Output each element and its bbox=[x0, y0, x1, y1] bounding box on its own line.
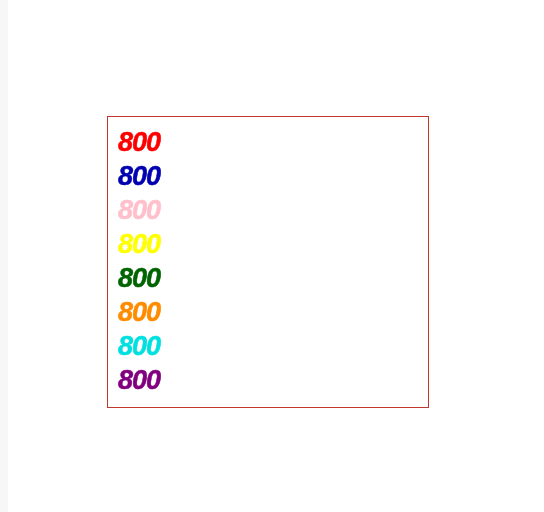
text-line-red: 800 bbox=[118, 125, 428, 159]
text-line-pink: 800 bbox=[118, 193, 428, 227]
text-line-green: 800 bbox=[118, 261, 428, 295]
left-strip bbox=[0, 0, 8, 512]
color-text-box: 800 800 800 800 800 800 800 800 bbox=[107, 116, 429, 408]
text-line-orange: 800 bbox=[118, 295, 428, 329]
text-line-yellow: 800 bbox=[118, 227, 428, 261]
text-line-cyan: 800 bbox=[118, 329, 428, 363]
text-line-blue: 800 bbox=[118, 159, 428, 193]
text-line-purple: 800 bbox=[118, 363, 428, 397]
